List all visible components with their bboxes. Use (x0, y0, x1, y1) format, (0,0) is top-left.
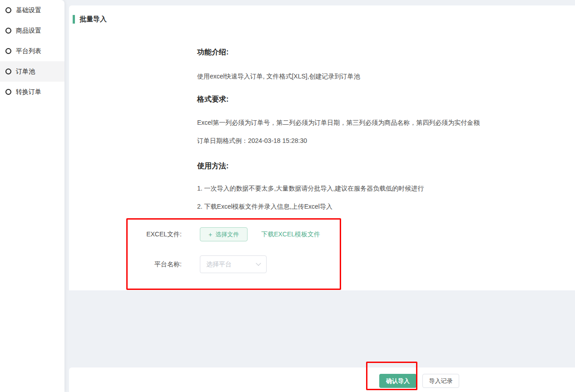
batch-import-panel: 批量导入 功能介绍: 使用excel快速导入订单, 文件格式[XLS],创建记录… (69, 5, 575, 290)
sidebar: 基础设置 商品设置 平台列表 订单池 转换订单 (0, 0, 64, 392)
sidebar-item-label: 订单池 (16, 68, 35, 76)
sidebar-item-platform-list[interactable]: 平台列表 (0, 41, 64, 61)
circle-icon (5, 28, 11, 34)
circle-icon (5, 89, 11, 95)
sidebar-item-basic-settings[interactable]: 基础设置 (0, 0, 64, 20)
platform-select[interactable]: 选择平台 (200, 255, 267, 273)
circle-icon (5, 48, 11, 54)
sidebar-item-order-pool[interactable]: 订单池 (0, 61, 64, 82)
download-template-link[interactable]: 下载EXCEL模板文件 (261, 230, 320, 239)
circle-icon (5, 69, 11, 74)
sidebar-item-convert-order[interactable]: 转换订单 (0, 82, 64, 102)
format-heading: 格式要求: (197, 95, 228, 104)
usage-line-1: 1. 一次导入的数据不要太多,大量数据请分批导入,建议在服务器负载低的时候进行 (197, 185, 424, 193)
usage-heading: 使用方法: (197, 162, 228, 171)
choose-file-button[interactable]: + 选择文件 (200, 227, 248, 241)
format-line-2: 订单日期格式例：2024-03-18 15:28:30 (197, 137, 307, 145)
page-title: 批量导入 (73, 15, 107, 24)
usage-line-2: 2. 下载Excel模板文件并录入信息,上传Excel导入 (197, 203, 332, 211)
sidebar-item-label: 转换订单 (16, 88, 41, 96)
confirm-import-button[interactable]: 确认导入 (379, 374, 416, 388)
intro-heading: 功能介绍: (197, 48, 228, 57)
circle-icon (5, 7, 11, 13)
chevron-down-icon (256, 260, 261, 265)
platform-label: 平台名称: (139, 260, 182, 269)
sidebar-item-label: 平台列表 (16, 47, 41, 55)
import-records-button[interactable]: 导入记录 (422, 374, 459, 388)
sidebar-item-label: 商品设置 (16, 27, 41, 35)
choose-file-button-label: 选择文件 (215, 230, 239, 239)
format-line-1: Excel第一列必须为订单号，第二列必须为订单日期，第三列必须为商品名称，第四列… (197, 119, 480, 127)
plus-icon: + (208, 231, 212, 238)
sidebar-item-product-settings[interactable]: 商品设置 (0, 20, 64, 41)
excel-file-row: EXCEL文件: + 选择文件 下载EXCEL模板文件 (139, 227, 320, 241)
platform-row: 平台名称: 选择平台 (139, 255, 267, 273)
title-accent-bar (73, 15, 75, 24)
sidebar-item-label: 基础设置 (16, 6, 41, 15)
platform-select-placeholder: 选择平台 (206, 260, 232, 269)
footer-action-bar: 确认导入 导入记录 (69, 368, 575, 392)
excel-file-label: EXCEL文件: (139, 230, 182, 239)
intro-line: 使用excel快速导入订单, 文件格式[XLS],创建记录到订单池 (197, 73, 360, 81)
page-title-text: 批量导入 (79, 15, 107, 24)
